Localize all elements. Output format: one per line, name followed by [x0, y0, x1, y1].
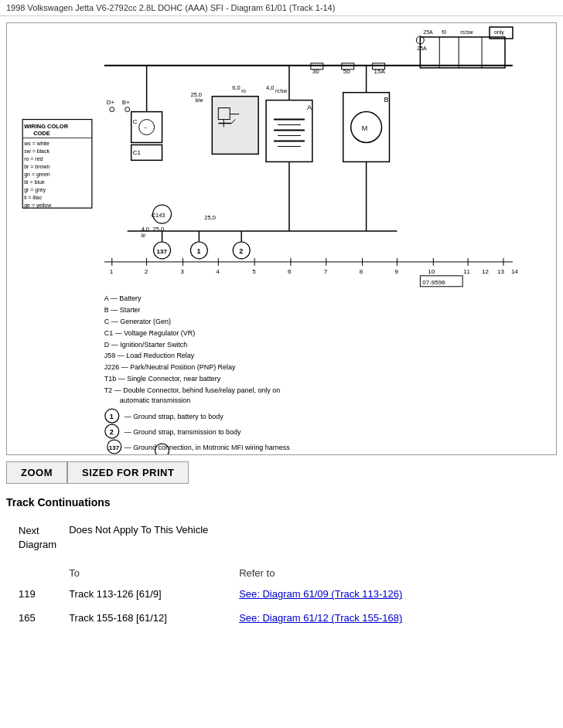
diagram-container: only 25A f0 rc/sw D+ B+ C ~ C1	[6, 22, 557, 455]
track-link-119[interactable]: See: Diagram 61/09 (Track 113-126)	[233, 582, 557, 606]
svg-text:6: 6	[288, 268, 292, 275]
svg-text:J59  — Load Reduction Relay: J59 — Load Reduction Relay	[104, 352, 195, 359]
svg-text:rc/sw: rc/sw	[460, 29, 473, 35]
svg-text:D    — Ignition/Starter Switch: D — Ignition/Starter Switch	[104, 341, 187, 349]
track-continuations-section: Track Continuations Next Diagram Does No…	[0, 484, 563, 630]
svg-text:1: 1	[110, 268, 114, 275]
svg-text:137: 137	[109, 444, 120, 451]
svg-text:rc/sw: rc/sw	[275, 88, 287, 94]
svg-text:5: 5	[252, 268, 256, 275]
page-title: 1998 Volkswagen Jetta V6-2792cc 2.8L DOH…	[6, 3, 335, 12]
svg-text:137: 137	[157, 248, 168, 255]
svg-rect-35	[212, 97, 258, 155]
svg-text:4,0: 4,0	[142, 226, 149, 233]
svg-text:— Ground connection, in Motron: — Ground connection, in Motronic MFI wir…	[125, 444, 290, 451]
track-link-165[interactable]: See: Diagram 61/12 (Track 155-168)	[233, 606, 557, 630]
svg-text:3: 3	[180, 268, 184, 275]
svg-text:C143: C143	[152, 212, 165, 219]
svg-text:B    — Starter: B — Starter	[104, 306, 141, 314]
svg-text:ro = red: ro = red	[24, 156, 43, 162]
svg-text:4,0: 4,0	[266, 84, 274, 91]
svg-text:T2   — Double Connector, behin: T2 — Double Connector, behind fuse/relay…	[104, 386, 280, 394]
svg-text:10: 10	[428, 268, 435, 275]
svg-text:bl = blue: bl = blue	[24, 179, 45, 185]
svg-text:J226 — Park/Neutral Position (: J226 — Park/Neutral Position (PNP) Relay	[104, 363, 236, 371]
toolbar: ZOOM SIZED FOR PRINT	[6, 461, 557, 484]
col-to-header: To	[63, 561, 233, 582]
svg-text:1: 1	[110, 413, 114, 420]
diagram-inner: only 25A f0 rc/sw D+ B+ C ~ C1	[7, 23, 556, 454]
svg-text:br = brown: br = brown	[24, 164, 49, 169]
track-refer-165: Track 155-168 [61/12]	[63, 606, 233, 630]
svg-text:D+: D+	[107, 99, 115, 106]
track-to-165: 165	[6, 606, 63, 630]
table-row: 119 Track 113-126 [61/9] See: Diagram 61…	[6, 582, 557, 606]
svg-text:15A: 15A	[374, 68, 386, 75]
svg-text:CODE: CODE	[33, 130, 50, 137]
svg-text:25A: 25A	[417, 46, 427, 51]
svg-text:li = lilac: li = lilac	[24, 195, 43, 200]
svg-text:A    — Battery: A — Battery	[104, 294, 142, 302]
svg-text:gr = grey: gr = grey	[24, 187, 46, 193]
col-refer-header: Refer to	[233, 561, 557, 582]
next-diagram-row: Next Diagram Does Not Apply To This Vehi…	[6, 521, 557, 561]
svg-text:M: M	[362, 124, 367, 132]
track-refer-119: Track 113-126 [61/9]	[63, 582, 233, 606]
svg-text:— Ground strap, battery to bod: — Ground strap, battery to body	[125, 413, 223, 420]
svg-text:2: 2	[145, 268, 148, 275]
svg-text:2: 2	[239, 247, 243, 255]
zoom-button[interactable]: ZOOM	[6, 461, 67, 484]
svg-text:ws = white: ws = white	[23, 141, 49, 146]
svg-text:C: C	[133, 118, 138, 125]
svg-text:6,0: 6,0	[232, 84, 240, 91]
svg-text:1: 1	[196, 247, 200, 255]
next-diagram-value: Does Not Apply To This Vehicle	[63, 521, 557, 561]
print-button[interactable]: SIZED FOR PRINT	[67, 461, 189, 484]
track-to-119: 119	[6, 582, 63, 606]
svg-text:11: 11	[463, 268, 470, 275]
wiring-diagram-svg: only 25A f0 rc/sw D+ B+ C ~ C1	[7, 23, 556, 454]
svg-text:25A: 25A	[423, 29, 433, 35]
svg-text:br: br	[142, 233, 147, 238]
svg-text:ro: ro	[241, 88, 246, 94]
svg-text:30: 30	[312, 68, 319, 75]
svg-text:13: 13	[497, 268, 504, 275]
svg-text:C1   — Voltage Regulator (VR): C1 — Voltage Regulator (VR)	[104, 329, 195, 337]
svg-text:7: 7	[324, 268, 328, 275]
next-diagram-label: Next Diagram	[6, 521, 63, 561]
svg-text:8: 8	[360, 268, 363, 275]
svg-text:WIRING COLOR: WIRING COLOR	[24, 123, 68, 130]
svg-text:sw = black: sw = black	[24, 148, 49, 154]
svg-text:C    — Generator (Gen): C — Generator (Gen)	[104, 318, 171, 325]
table-row: 165 Track 155-168 [61/12] See: Diagram 6…	[6, 606, 557, 630]
svg-text:B: B	[384, 96, 389, 104]
svg-text:ge = yellow: ge = yellow	[24, 202, 52, 209]
table-header-row: To Refer to	[6, 561, 557, 582]
svg-text:T1b  — Single Connector, near : T1b — Single Connector, near battery	[104, 375, 221, 383]
svg-text:— Ground strap, transmission t: — Ground strap, transmission to body	[125, 428, 241, 436]
svg-text:C1: C1	[133, 149, 142, 156]
svg-text:25,0: 25,0	[204, 214, 216, 221]
svg-text:b/w: b/w	[195, 97, 203, 103]
svg-text:B+: B+	[122, 99, 130, 106]
svg-text:A: A	[307, 104, 312, 111]
svg-text:12: 12	[482, 268, 489, 275]
svg-text:4: 4	[216, 268, 220, 275]
svg-text:9: 9	[394, 268, 398, 275]
page-header: 1998 Volkswagen Jetta V6-2792cc 2.8L DOH…	[0, 0, 563, 16]
track-continuations-title: Track Continuations	[6, 496, 557, 509]
svg-text:automatic transmission: automatic transmission	[120, 396, 191, 404]
svg-text:gn = green: gn = green	[24, 172, 50, 178]
svg-text:07-9596: 07-9596	[422, 279, 445, 286]
svg-text:only: only	[494, 29, 504, 36]
svg-text:~: ~	[144, 124, 148, 131]
svg-text:f0: f0	[442, 29, 446, 35]
track-continuations-table: Next Diagram Does Not Apply To This Vehi…	[6, 521, 557, 630]
svg-text:14: 14	[511, 268, 518, 275]
svg-text:25,0: 25,0	[153, 226, 165, 233]
svg-text:50: 50	[343, 68, 350, 75]
svg-text:2: 2	[110, 428, 114, 436]
